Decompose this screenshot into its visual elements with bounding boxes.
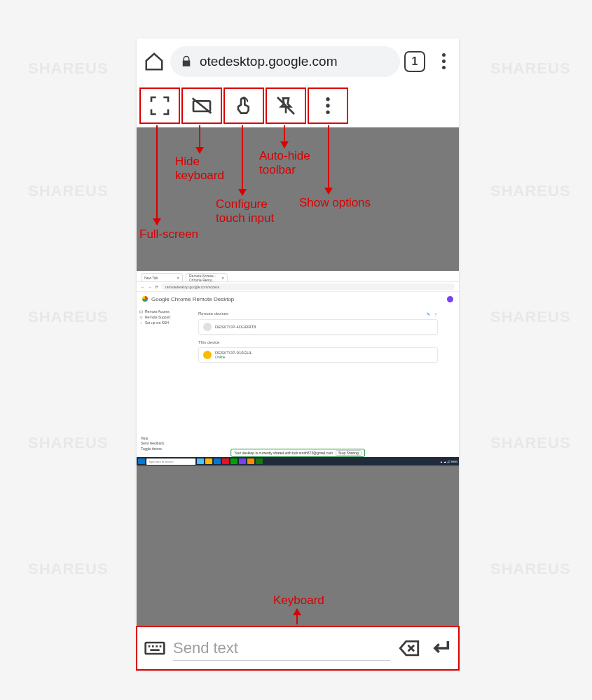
remote-browser-tabs: New Tab× Remote Access - Chrome Remo…× [137, 271, 459, 282]
remote-sidebar: Remote Access Remote Support Set up via … [137, 306, 177, 447]
chrome-address-bar: otedesktop.google.com 1 [137, 38, 459, 84]
sidebar-item[interactable]: Set up via SSH [139, 320, 174, 326]
remote-tab[interactable]: Remote Access - Chrome Remo…× [186, 273, 228, 281]
hide-keyboard-button[interactable] [181, 88, 222, 124]
remote-taskbar[interactable]: Type here to search ▲ ☁ 🔊 ENG [137, 457, 459, 465]
browser-menu-button[interactable] [434, 53, 453, 69]
remote-url[interactable]: remotedesktop.google.com/access [161, 284, 455, 290]
remote-help-links: Help Send feedback Toggle theme [141, 436, 164, 452]
svg-rect-9 [149, 645, 151, 648]
annotation-fullscreen: Full-screen [139, 227, 198, 241]
annotation-configure-touch: Configure touch input [216, 197, 274, 225]
keyboard-off-icon [191, 94, 213, 117]
help-link[interactable]: Toggle theme [141, 447, 164, 452]
svg-rect-8 [146, 643, 165, 654]
svg-rect-10 [152, 645, 154, 648]
annotation-autohide: Auto-hide toolbar [259, 149, 310, 177]
help-link[interactable]: Send feedback [141, 441, 164, 447]
stop-sharing-button[interactable]: Stop Sharing [336, 450, 362, 456]
home-button[interactable] [142, 50, 166, 74]
dot-icon [442, 59, 446, 63]
device-card[interactable]: DESKTOP-910GHL Online [198, 347, 438, 363]
tabs-button[interactable]: 1 [404, 51, 425, 72]
svg-point-7 [140, 316, 142, 318]
touch-input-button[interactable] [223, 88, 264, 124]
enter-icon[interactable] [428, 636, 452, 660]
touch-icon [233, 94, 255, 117]
keyboard-icon[interactable] [144, 637, 166, 659]
device-status-icon [203, 351, 212, 359]
remote-tab[interactable]: New Tab× [141, 273, 183, 281]
keyboard-input-bar [137, 626, 459, 670]
url-text: otedesktop.google.com [200, 54, 337, 69]
home-icon [144, 51, 165, 72]
more-vert-icon [317, 94, 339, 117]
dot-icon [442, 66, 446, 69]
phone-frame: otedesktop.google.com 1 New Tab× [137, 38, 459, 670]
profile-avatar[interactable] [447, 296, 453, 302]
svg-rect-6 [140, 311, 143, 313]
autohide-toolbar-button[interactable] [266, 88, 306, 124]
annotation-hide-keyboard: Hide keyboard [175, 155, 224, 183]
svg-rect-11 [156, 645, 158, 648]
sidebar-item[interactable]: Remote Support [139, 314, 174, 320]
device-card[interactable]: DESKTOP-4DGRRT8 [198, 319, 438, 335]
svg-point-4 [326, 104, 329, 107]
svg-rect-12 [160, 645, 162, 648]
fullscreen-button[interactable] [139, 88, 180, 124]
remote-url-row: ←→⟳ remotedesktop.google.com/access [137, 282, 459, 292]
annotation-show-options: Show options [299, 196, 371, 210]
svg-rect-13 [150, 649, 159, 651]
pin-off-icon [275, 94, 297, 117]
device-status-icon [203, 323, 212, 331]
lock-icon [180, 55, 193, 68]
sharing-notice: Your desktop is currently shared with bo… [230, 449, 365, 457]
sidebar-item[interactable]: Remote Access [139, 309, 174, 314]
svg-point-3 [326, 97, 329, 101]
backspace-icon[interactable] [397, 636, 421, 660]
remote-main: Remote devices✎ ⋮ DESKTOP-4DGRRT8 This d… [177, 306, 459, 447]
tab-count: 1 [412, 55, 418, 68]
remote-desktop-toolbar [137, 84, 459, 127]
svg-point-5 [326, 111, 329, 114]
start-button[interactable] [138, 458, 145, 464]
taskbar-search[interactable]: Type here to search [146, 458, 195, 465]
remote-app-title: Google Chrome Remote Desktop [137, 292, 459, 306]
remote-desktop-view[interactable]: New Tab× Remote Access - Chrome Remo…× ←… [137, 271, 459, 465]
show-options-button[interactable] [308, 88, 348, 124]
send-text-input[interactable] [173, 636, 390, 661]
google-icon [142, 296, 148, 302]
annotation-keyboard: Keyboard [273, 594, 324, 608]
help-link[interactable]: Help [141, 436, 164, 442]
url-bar[interactable]: otedesktop.google.com [170, 46, 400, 77]
fullscreen-icon [149, 94, 171, 117]
dot-icon [442, 53, 446, 57]
